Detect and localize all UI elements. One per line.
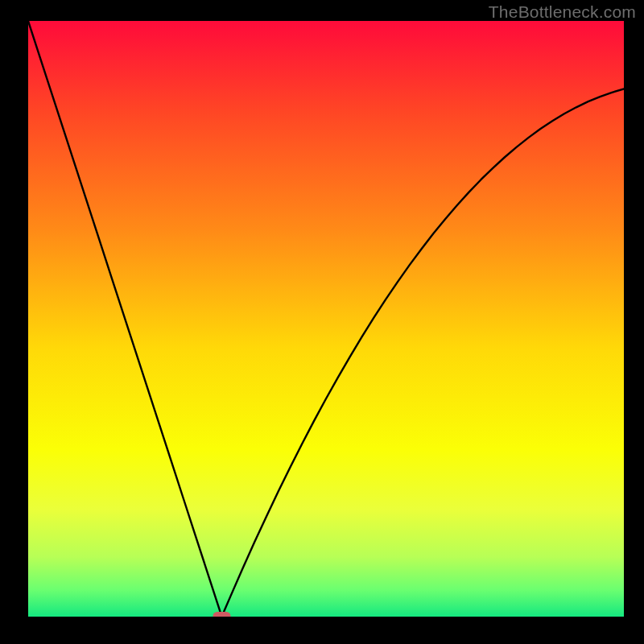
chart-plot <box>28 21 624 617</box>
optimal-point-marker <box>213 612 231 617</box>
gradient-background <box>28 21 624 617</box>
outer-frame: TheBottleneck.com <box>0 0 644 644</box>
watermark-text: TheBottleneck.com <box>489 2 636 22</box>
